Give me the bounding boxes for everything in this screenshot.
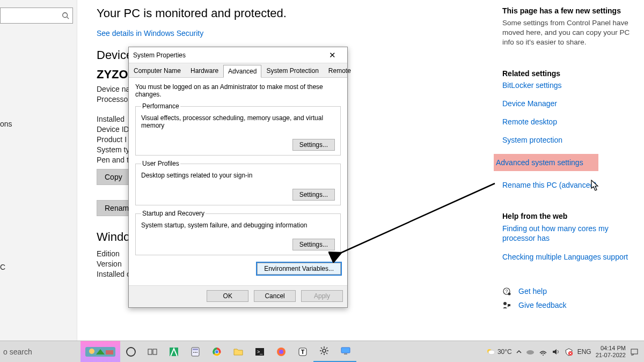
- system-properties-taskbar-icon[interactable]: [335, 341, 356, 363]
- new-settings-para: Some settings from Control Panel have mo…: [502, 18, 636, 48]
- app-icon[interactable]: [163, 341, 185, 363]
- user-profiles-desc: Desktop settings related to your sign-in: [141, 172, 335, 179]
- ok-button[interactable]: OK: [207, 290, 248, 302]
- svg-rect-15: [193, 349, 198, 350]
- device-manager-link[interactable]: Device Manager: [502, 99, 636, 108]
- sidebar-item-truncated-2[interactable]: C: [0, 263, 5, 271]
- tab-advanced[interactable]: Advanced: [223, 65, 261, 78]
- help-cores-link[interactable]: Finding out how many cores my processor …: [502, 224, 636, 243]
- wifi-icon[interactable]: [539, 348, 547, 356]
- security-tray-icon[interactable]: [565, 348, 573, 356]
- svg-point-16: [193, 352, 194, 353]
- tab-remote[interactable]: Remote: [324, 64, 356, 77]
- user-profiles-legend: User Profiles: [141, 160, 180, 167]
- svg-rect-9: [106, 350, 113, 354]
- svg-rect-45: [631, 349, 638, 354]
- settings-icon[interactable]: [313, 341, 335, 363]
- onedrive-icon[interactable]: [526, 348, 535, 356]
- svg-point-41: [543, 354, 544, 356]
- sidebar-item-truncated[interactable]: ons: [0, 120, 12, 128]
- protection-title: Your PC is monitored and protected.: [97, 6, 483, 20]
- cancel-button[interactable]: Cancel: [254, 290, 296, 302]
- svg-line-34: [321, 353, 322, 354]
- help-languages-link[interactable]: Checking multiple Languages support: [502, 253, 636, 261]
- svg-rect-11: [148, 349, 152, 354]
- widgets-button[interactable]: [80, 341, 120, 363]
- task-view-icon[interactable]: [142, 341, 163, 363]
- settings-search[interactable]: [0, 8, 73, 24]
- user-profiles-settings-button[interactable]: Settings...: [292, 189, 335, 201]
- svg-text:T: T: [301, 349, 305, 355]
- tray-chevron-icon[interactable]: [516, 349, 522, 354]
- dialog-title: System Properties: [133, 51, 321, 59]
- advanced-system-settings-link[interactable]: Advanced system settings: [494, 154, 598, 171]
- svg-point-0: [63, 13, 68, 18]
- svg-line-1: [67, 17, 69, 19]
- svg-point-8: [89, 349, 94, 354]
- bitlocker-link[interactable]: BitLocker settings: [502, 81, 636, 90]
- system-protection-link[interactable]: System protection: [502, 136, 636, 144]
- language-indicator[interactable]: ENG: [577, 348, 591, 356]
- notifications-icon[interactable]: [630, 348, 639, 356]
- cortana-icon[interactable]: [120, 341, 142, 363]
- system-tray: 30°C ENG 04:14 PM 21-07-2022: [480, 345, 644, 358]
- typora-icon[interactable]: T: [292, 341, 313, 363]
- performance-legend: Performance: [141, 102, 180, 110]
- volume-icon[interactable]: [552, 348, 560, 356]
- get-help-link[interactable]: Get help: [518, 287, 547, 295]
- svg-point-5: [503, 302, 507, 305]
- svg-rect-37: [344, 353, 347, 354]
- rename-pc-advanced-link[interactable]: Rename this PC (advanced): [502, 181, 636, 189]
- clock-date: 21-07-2022: [596, 352, 626, 359]
- svg-point-20: [215, 350, 219, 353]
- dialog-footer: OK Cancel Apply: [129, 285, 347, 307]
- startup-recovery-desc: System startup, system failure, and debu…: [141, 221, 335, 229]
- help-from-web-title: Help from the web: [502, 212, 636, 220]
- svg-text:?: ?: [505, 289, 508, 294]
- taskbar: o search >_ T 30°C ENG 04:14 PM 21-07-20…: [0, 341, 644, 362]
- taskbar-search[interactable]: o search: [0, 348, 80, 356]
- performance-desc: Visual effects, processor scheduling, me…: [141, 114, 335, 129]
- close-icon[interactable]: ✕: [321, 50, 343, 60]
- system-properties-dialog: System Properties ✕ Computer Name Hardwa…: [128, 47, 348, 308]
- performance-settings-button[interactable]: Settings...: [292, 139, 335, 151]
- svg-line-33: [326, 353, 327, 354]
- admin-note: You must be logged on as an Administrato…: [135, 83, 341, 98]
- performance-group: Performance Visual effects, processor sc…: [135, 102, 341, 156]
- settings-sidebar: ons C: [0, 0, 77, 341]
- svg-text:>_: >_: [257, 349, 263, 354]
- copy-button[interactable]: Copy: [97, 169, 130, 185]
- calculator-icon[interactable]: [185, 341, 206, 363]
- related-settings-title: Related settings: [502, 69, 636, 78]
- weather-icon: [486, 347, 495, 357]
- clock-time: 04:14 PM: [596, 345, 626, 352]
- remote-desktop-link[interactable]: Remote desktop: [502, 117, 636, 126]
- svg-rect-36: [341, 348, 350, 353]
- svg-point-24: [279, 350, 283, 354]
- chrome-icon[interactable]: [206, 341, 228, 363]
- svg-point-39: [488, 350, 495, 354]
- clock[interactable]: 04:14 PM 21-07-2022: [596, 345, 626, 358]
- weather-widget[interactable]: 30°C: [486, 347, 512, 357]
- tab-computer-name[interactable]: Computer Name: [129, 64, 186, 77]
- firefox-icon[interactable]: [270, 341, 292, 363]
- see-windows-security-link[interactable]: See details in Windows Security: [97, 29, 483, 38]
- svg-point-27: [323, 349, 326, 352]
- file-explorer-icon[interactable]: [228, 341, 249, 363]
- startup-recovery-settings-button[interactable]: Settings...: [292, 239, 335, 250]
- search-icon: [62, 12, 69, 19]
- give-feedback-link[interactable]: Give feedback: [518, 301, 567, 309]
- startup-recovery-group: Startup and Recovery System startup, sys…: [135, 210, 341, 255]
- svg-rect-12: [153, 349, 157, 354]
- svg-point-10: [127, 348, 135, 356]
- environment-variables-button[interactable]: Environment Variables...: [257, 263, 341, 275]
- svg-point-4: [508, 293, 511, 295]
- tab-system-protection[interactable]: System Protection: [261, 64, 323, 77]
- dialog-titlebar[interactable]: System Properties ✕: [129, 47, 347, 63]
- tab-hardware[interactable]: Hardware: [186, 64, 223, 77]
- startup-recovery-legend: Startup and Recovery: [141, 210, 206, 217]
- apply-button[interactable]: Apply: [301, 290, 343, 302]
- terminal-icon[interactable]: >_: [249, 341, 270, 363]
- svg-line-32: [321, 348, 322, 349]
- help-icon: ?: [502, 287, 512, 295]
